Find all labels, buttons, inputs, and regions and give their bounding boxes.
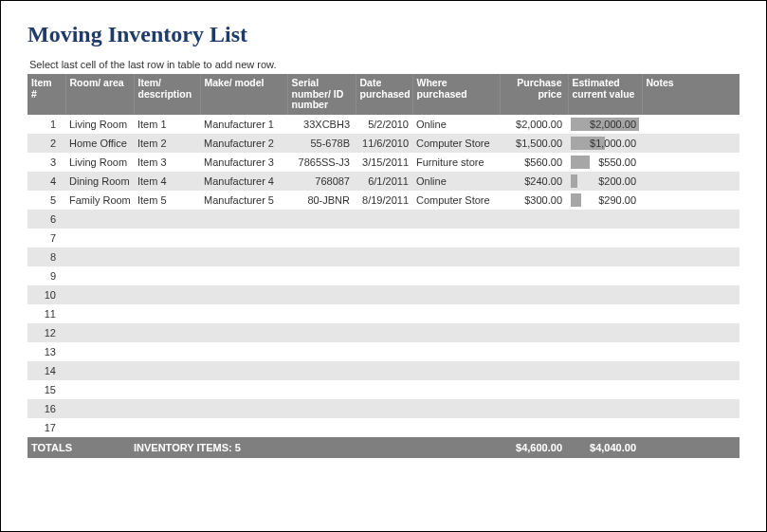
table-row[interactable]: 13 <box>27 342 740 361</box>
cell-date[interactable]: 5/2/2010 <box>356 115 412 134</box>
table-row[interactable]: 3Living RoomItem 3Manufacturer 37865SS-J… <box>27 153 740 172</box>
cell-item-no[interactable]: 12 <box>27 323 65 342</box>
cell-desc[interactable]: Item 2 <box>134 134 200 153</box>
table-body: 1Living RoomItem 1Manufacturer 133XCBH35… <box>27 115 740 437</box>
cell-room[interactable]: Living Room <box>65 153 134 172</box>
col-where[interactable]: Where purchased <box>412 74 500 115</box>
cell-serial[interactable]: 55-678B <box>287 134 356 153</box>
col-notes[interactable]: Notes <box>642 74 740 115</box>
cell-price[interactable]: $560.00 <box>500 153 568 172</box>
col-value[interactable]: Estimated current value <box>568 74 642 115</box>
col-price[interactable]: Purchase price <box>500 74 568 115</box>
cell-value[interactable]: $2,000.00 <box>568 115 642 134</box>
cell-item-no[interactable]: 13 <box>27 342 65 361</box>
cell-item-no[interactable]: 16 <box>27 399 65 418</box>
table-row[interactable]: 10 <box>27 285 740 304</box>
totals-value: $4,040.00 <box>568 437 642 458</box>
cell-date[interactable]: 8/19/2011 <box>356 191 412 210</box>
cell-price[interactable]: $1,500.00 <box>500 134 568 153</box>
table-row[interactable]: 6 <box>27 210 740 229</box>
cell-date[interactable]: 11/6/2010 <box>356 134 412 153</box>
cell-item-no[interactable]: 7 <box>27 229 65 248</box>
cell-price[interactable]: $240.00 <box>500 172 568 191</box>
cell-item-no[interactable]: 8 <box>27 248 65 266</box>
cell-item-no[interactable]: 1 <box>27 115 65 134</box>
cell-room[interactable]: Living Room <box>65 115 134 134</box>
cell-item-no[interactable]: 17 <box>27 418 65 437</box>
cell-notes[interactable] <box>642 134 740 153</box>
cell-serial[interactable]: 80-JBNR <box>287 191 356 210</box>
cell-notes[interactable] <box>642 191 740 210</box>
cell-where[interactable]: Online <box>412 172 500 191</box>
table-row[interactable]: 17 <box>27 418 740 437</box>
cell-price[interactable]: $2,000.00 <box>500 115 568 134</box>
table-row[interactable]: 8 <box>27 248 740 266</box>
cell-room[interactable]: Dining Room <box>65 172 134 191</box>
table-row[interactable]: 15 <box>27 380 740 399</box>
cell-item-no[interactable]: 3 <box>27 153 65 172</box>
cell-make[interactable]: Manufacturer 2 <box>200 134 287 153</box>
cell-desc[interactable]: Item 5 <box>134 191 200 210</box>
cell-notes[interactable] <box>642 153 740 172</box>
cell-serial[interactable]: 7865SS-J3 <box>287 153 356 172</box>
inventory-table: Item # Room/ area Item/ description Make… <box>27 74 740 458</box>
cell-value[interactable]: $200.00 <box>568 172 642 191</box>
cell-desc[interactable]: Item 1 <box>134 115 200 134</box>
cell-desc[interactable]: Item 3 <box>134 153 200 172</box>
cell-item-no[interactable]: 4 <box>27 172 65 191</box>
page-title: Moving Inventory List <box>27 22 740 47</box>
cell-make[interactable]: Manufacturer 4 <box>200 172 287 191</box>
totals-count: INVENTORY ITEMS: 5 <box>134 437 500 458</box>
col-make[interactable]: Make/ model <box>200 74 287 115</box>
totals-price: $4,600.00 <box>500 437 568 458</box>
col-room[interactable]: Room/ area <box>65 74 134 115</box>
cell-where[interactable]: Computer Store <box>412 134 500 153</box>
table-row[interactable]: 1Living RoomItem 1Manufacturer 133XCBH35… <box>27 115 740 134</box>
cell-make[interactable]: Manufacturer 1 <box>200 115 287 134</box>
table-row[interactable]: 16 <box>27 399 740 418</box>
cell-item-no[interactable]: 9 <box>27 266 65 285</box>
cell-date[interactable]: 3/15/2011 <box>356 153 412 172</box>
cell-item-no[interactable]: 2 <box>27 134 65 153</box>
cell-value[interactable]: $550.00 <box>568 153 642 172</box>
cell-value[interactable]: $1,000.00 <box>568 134 642 153</box>
table-instruction: Select last cell of the last row in tabl… <box>27 59 740 70</box>
table-row[interactable]: 12 <box>27 323 740 342</box>
cell-where[interactable]: Online <box>412 115 500 134</box>
col-item-no[interactable]: Item # <box>27 74 65 115</box>
cell-room[interactable]: Home Office <box>65 134 134 153</box>
table-row[interactable]: 14 <box>27 361 740 380</box>
table-row[interactable]: 7 <box>27 229 740 248</box>
cell-value[interactable]: $290.00 <box>568 191 642 210</box>
cell-item-no[interactable]: 10 <box>27 285 65 304</box>
cell-desc[interactable]: Item 4 <box>134 172 200 191</box>
col-desc[interactable]: Item/ description <box>134 74 200 115</box>
cell-where[interactable]: Computer Store <box>412 191 500 210</box>
cell-item-no[interactable]: 6 <box>27 210 65 229</box>
cell-notes[interactable] <box>642 115 740 134</box>
cell-item-no[interactable]: 14 <box>27 361 65 380</box>
table-header-row: Item # Room/ area Item/ description Make… <box>27 74 740 115</box>
cell-notes[interactable] <box>642 172 740 191</box>
cell-item-no[interactable]: 11 <box>27 304 65 323</box>
cell-where[interactable]: Furniture store <box>412 153 500 172</box>
totals-label: TOTALS <box>27 437 134 458</box>
col-date[interactable]: Date purchased <box>356 74 412 115</box>
table-row[interactable]: 9 <box>27 266 740 285</box>
cell-make[interactable]: Manufacturer 5 <box>200 191 287 210</box>
cell-serial[interactable]: 768087 <box>287 172 356 191</box>
col-serial[interactable]: Serial number/ ID number <box>287 74 356 115</box>
cell-serial[interactable]: 33XCBH3 <box>287 115 356 134</box>
totals-notes <box>642 437 740 458</box>
cell-price[interactable]: $300.00 <box>500 191 568 210</box>
cell-date[interactable]: 6/1/2011 <box>356 172 412 191</box>
cell-room[interactable]: Family Room <box>65 191 134 210</box>
table-row[interactable]: 5Family RoomItem 5Manufacturer 580-JBNR8… <box>27 191 740 210</box>
table-row[interactable]: 11 <box>27 304 740 323</box>
cell-item-no[interactable]: 15 <box>27 380 65 399</box>
cell-make[interactable]: Manufacturer 3 <box>200 153 287 172</box>
totals-row: TOTALS INVENTORY ITEMS: 5 $4,600.00 $4,0… <box>27 437 740 458</box>
table-row[interactable]: 2Home OfficeItem 2Manufacturer 255-678B1… <box>27 134 740 153</box>
table-row[interactable]: 4Dining RoomItem 4Manufacturer 47680876/… <box>27 172 740 191</box>
cell-item-no[interactable]: 5 <box>27 191 65 210</box>
